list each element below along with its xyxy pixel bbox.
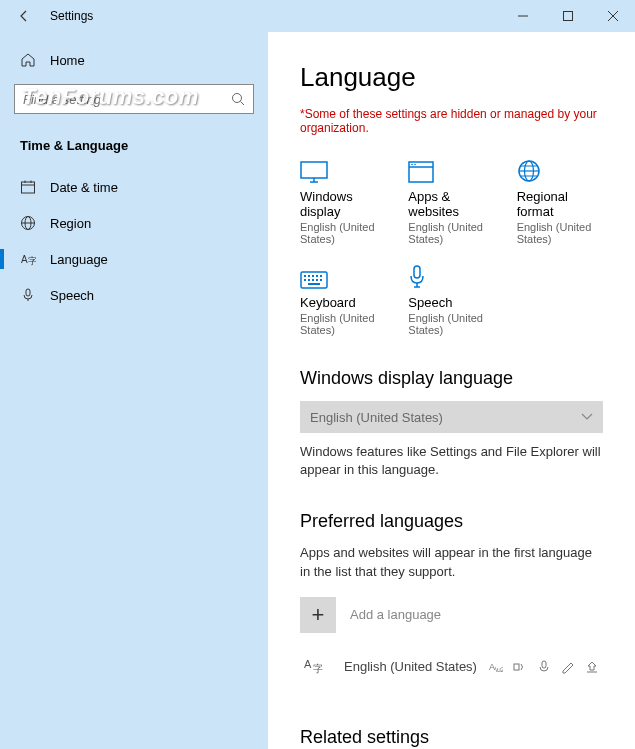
home-label: Home (50, 53, 85, 68)
nav-language[interactable]: A字 Language (0, 241, 268, 277)
feature-tts-icon (513, 660, 527, 674)
feature-speech-icon (537, 660, 551, 674)
feature-handwriting-icon (561, 660, 575, 674)
svg-text:字: 字 (313, 663, 323, 674)
nav-speech[interactable]: Speech (0, 277, 268, 313)
maximize-icon (563, 11, 573, 21)
svg-rect-46 (514, 664, 519, 670)
svg-point-20 (412, 164, 414, 166)
nav-label: Language (50, 252, 108, 267)
svg-rect-34 (308, 279, 310, 281)
minimize-icon (518, 11, 528, 21)
globe-icon (517, 159, 541, 183)
date-time-icon (20, 179, 36, 195)
tile-label: Apps & websites (408, 189, 494, 219)
window-controls (500, 0, 635, 32)
svg-rect-29 (308, 275, 310, 277)
preferred-heading: Preferred languages (300, 511, 603, 532)
tile-label: Speech (408, 295, 494, 310)
org-notice: *Some of these settings are hidden or ma… (300, 107, 603, 135)
dropdown-value: English (United States) (310, 410, 443, 425)
nav-date-time[interactable]: Date & time (0, 169, 268, 205)
language-item[interactable]: A字 English (United States) A\u2197 (300, 647, 603, 687)
add-language-label: Add a language (350, 607, 441, 622)
tile-windows-display[interactable]: Windows display English (United States) (300, 157, 386, 245)
tile-label: Windows display (300, 189, 386, 219)
svg-rect-1 (563, 12, 572, 21)
svg-rect-4 (22, 182, 35, 193)
nav-region[interactable]: Region (0, 205, 268, 241)
speech-icon (20, 287, 36, 303)
tile-apps-websites[interactable]: Apps & websites English (United States) (408, 157, 494, 245)
maximize-button[interactable] (545, 0, 590, 32)
display-lang-heading: Windows display language (300, 368, 603, 389)
region-icon (20, 215, 36, 231)
tile-sub: English (United States) (408, 312, 494, 336)
svg-line-3 (241, 102, 245, 106)
svg-rect-38 (308, 283, 320, 285)
tile-sub: English (United States) (517, 221, 603, 245)
back-arrow-icon (17, 9, 31, 23)
svg-rect-33 (304, 279, 306, 281)
nav-label: Speech (50, 288, 94, 303)
display-lang-dropdown[interactable]: English (United States) (300, 401, 603, 433)
keyboard-icon (300, 271, 328, 289)
preferred-desc: Apps and websites will appear in the fir… (300, 544, 603, 580)
home-icon (20, 52, 36, 68)
sidebar: Home Time & Language Date & time Region … (0, 32, 268, 749)
back-button[interactable] (14, 6, 34, 26)
svg-text:A: A (304, 658, 312, 670)
svg-point-21 (415, 164, 417, 166)
lang-az-icon: A字 (304, 655, 326, 675)
minimize-button[interactable] (500, 0, 545, 32)
feature-display-icon: A\u2197 (489, 660, 503, 674)
page-title: Language (300, 62, 603, 93)
close-button[interactable] (590, 0, 635, 32)
display-icon (300, 161, 328, 183)
language-features: A\u2197 (489, 660, 599, 674)
tile-label: Regional format (517, 189, 603, 219)
svg-rect-32 (320, 275, 322, 277)
svg-text:A: A (21, 254, 28, 265)
svg-rect-39 (414, 266, 420, 278)
titlebar: Settings (0, 0, 635, 32)
search-input[interactable] (23, 92, 231, 107)
nav-label: Region (50, 216, 91, 231)
tile-sub: English (United States) (408, 221, 494, 245)
related-heading: Related settings (300, 727, 603, 748)
svg-rect-13 (26, 289, 30, 296)
window-title: Settings (50, 9, 93, 23)
apps-icon (408, 161, 434, 183)
language-icon: A字 (20, 251, 36, 267)
language-name: English (United States) (344, 659, 489, 674)
tile-speech[interactable]: Speech English (United States) (408, 263, 494, 336)
tile-keyboard[interactable]: Keyboard English (United States) (300, 263, 386, 336)
related-settings: Related settings Administrative language… (300, 727, 603, 749)
nav-label: Date & time (50, 180, 118, 195)
add-language-button[interactable]: + Add a language (300, 597, 603, 633)
tile-sub: English (United States) (300, 312, 386, 336)
language-tiles: Windows display English (United States) … (300, 157, 603, 336)
category-title: Time & Language (0, 128, 268, 169)
svg-rect-36 (316, 279, 318, 281)
svg-rect-31 (316, 275, 318, 277)
svg-text:字: 字 (28, 256, 36, 266)
home-nav[interactable]: Home (0, 44, 268, 76)
svg-text:\u2197: \u2197 (495, 666, 503, 673)
svg-rect-47 (542, 661, 546, 668)
tile-regional-format[interactable]: Regional format English (United States) (517, 157, 603, 245)
content-area: Language *Some of these settings are hid… (268, 32, 635, 749)
svg-rect-15 (301, 162, 327, 178)
svg-rect-28 (304, 275, 306, 277)
close-icon (608, 11, 618, 21)
search-icon (231, 92, 245, 106)
svg-point-2 (233, 94, 242, 103)
svg-rect-35 (312, 279, 314, 281)
svg-rect-30 (312, 275, 314, 277)
search-box[interactable] (14, 84, 254, 114)
svg-rect-37 (320, 279, 322, 281)
mic-icon (408, 265, 426, 289)
tile-label: Keyboard (300, 295, 386, 310)
chevron-down-icon (581, 413, 593, 421)
plus-icon: + (300, 597, 336, 633)
